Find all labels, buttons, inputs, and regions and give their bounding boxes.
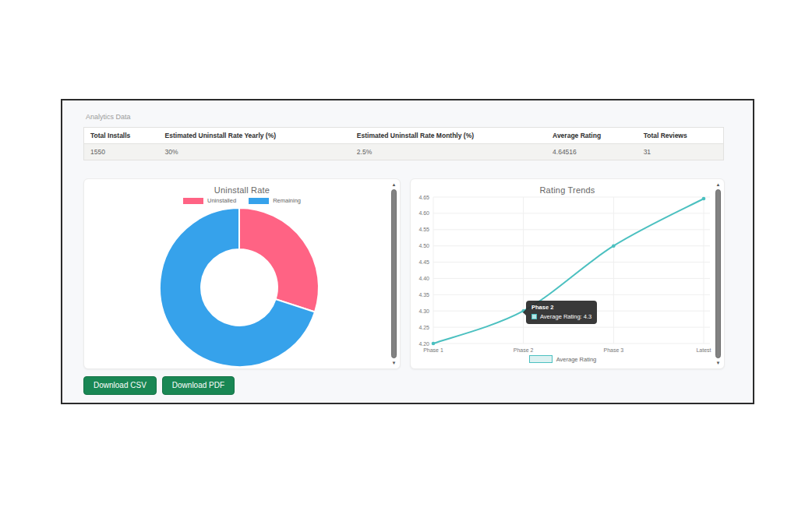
panel-scrollbar: ▲ ▼	[390, 181, 398, 366]
table-cell: 1550	[84, 144, 159, 160]
table-header-cell: Average Rating	[546, 128, 637, 144]
chart-tooltip: Phase 2 Average Rating: 4.3	[526, 301, 597, 324]
svg-text:Latest: Latest	[696, 347, 711, 353]
uninstall-rate-panel: Uninstall Rate UninstalledRemaining ▲ ▼	[83, 178, 401, 369]
rating-trends-panel: Rating Trends 4.654.604.554.504.454.404.…	[410, 178, 725, 369]
svg-text:4.50: 4.50	[418, 243, 429, 248]
scroll-up-icon[interactable]: ▲	[716, 181, 721, 188]
legend-item-uninstalled[interactable]: Uninstalled	[183, 197, 236, 204]
download-buttons: Download CSV Download PDF	[83, 376, 235, 395]
data-point[interactable]	[612, 244, 616, 248]
line-chart-title: Rating Trends	[411, 179, 724, 195]
svg-text:4.65: 4.65	[418, 195, 429, 200]
table-header-cell: Estimated Uninstall Rate Yearly (%)	[159, 128, 351, 144]
line-chart-legend[interactable]: Average Rating	[411, 355, 715, 363]
table-cell: 30%	[159, 144, 351, 160]
tooltip-title: Phase 2	[531, 304, 591, 311]
donut-chart-title: Uninstall Rate	[84, 179, 400, 195]
donut-legend: UninstalledRemaining	[84, 197, 400, 204]
analytics-table-wrap: Total InstallsEstimated Uninstall Rate Y…	[83, 127, 724, 160]
data-point[interactable]	[432, 342, 436, 346]
table-cell: 2.5%	[351, 144, 546, 160]
tooltip-label: Average Rating: 4.3	[540, 313, 591, 320]
data-point[interactable]	[702, 197, 706, 201]
download-pdf-button[interactable]: Download PDF	[162, 376, 235, 395]
table-row: 155030%2.5%4.6451631	[84, 144, 724, 160]
svg-text:Phase 3: Phase 3	[603, 347, 623, 353]
svg-text:Phase 2: Phase 2	[514, 347, 534, 353]
table-header-cell: Estimated Uninstall Rate Monthly (%)	[351, 128, 546, 144]
line-chart[interactable]: 4.654.604.554.504.454.404.354.304.254.20…	[411, 179, 716, 370]
svg-text:4.55: 4.55	[418, 227, 429, 232]
analytics-card: Analytics Data Total InstallsEstimated U…	[61, 99, 754, 404]
doughnut-chart[interactable]	[84, 203, 394, 370]
svg-text:4.30: 4.30	[418, 308, 429, 314]
legend-label: Remaining	[273, 197, 301, 204]
svg-text:4.45: 4.45	[418, 259, 429, 265]
tooltip-series-swatch	[531, 314, 537, 319]
page: { "page": { "section_label": "Analytics …	[0, 0, 798, 532]
scrollbar-thumb[interactable]	[715, 189, 721, 358]
legend-swatch	[249, 198, 269, 204]
table-cell: 31	[637, 144, 724, 160]
donut-segment-uninstalled[interactable]	[239, 208, 319, 312]
svg-text:4.60: 4.60	[418, 210, 429, 216]
legend-swatch-average-rating	[529, 355, 553, 363]
scrollbar-thumb[interactable]	[391, 189, 397, 358]
download-csv-button[interactable]: Download CSV	[83, 376, 157, 395]
legend-label: Uninstalled	[207, 197, 236, 204]
panel-scrollbar: ▲ ▼	[714, 181, 722, 366]
svg-text:4.20: 4.20	[418, 341, 429, 347]
legend-swatch	[183, 198, 203, 204]
table-header-row: Total InstallsEstimated Uninstall Rate Y…	[84, 128, 724, 144]
scroll-down-icon[interactable]: ▼	[392, 360, 397, 366]
legend-label-average-rating: Average Rating	[556, 356, 597, 363]
table-cell: 4.64516	[546, 144, 637, 160]
section-label: Analytics Data	[86, 113, 131, 121]
analytics-table: Total InstallsEstimated Uninstall Rate Y…	[83, 127, 724, 160]
scroll-down-icon[interactable]: ▼	[716, 360, 721, 366]
svg-text:4.25: 4.25	[418, 325, 429, 330]
svg-text:4.40: 4.40	[418, 276, 429, 281]
scroll-up-icon[interactable]: ▲	[392, 181, 397, 188]
table-header-cell: Total Reviews	[637, 128, 724, 144]
svg-text:4.35: 4.35	[418, 292, 429, 298]
legend-item-remaining[interactable]: Remaining	[249, 197, 301, 204]
svg-text:Phase 1: Phase 1	[423, 347, 443, 353]
table-header-cell: Total Installs	[84, 128, 159, 144]
